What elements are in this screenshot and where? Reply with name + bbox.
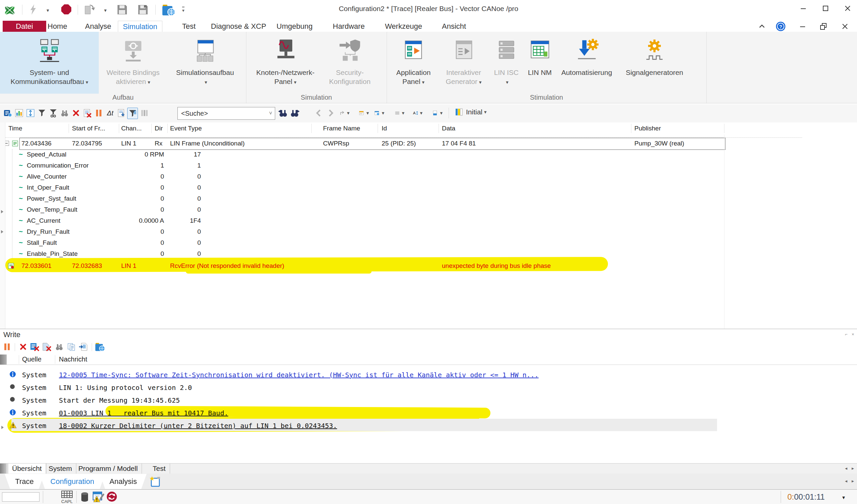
- tab-datei[interactable]: Datei: [3, 21, 46, 32]
- button-simulationsaufbau[interactable]: Simulationsaufbau ▾: [167, 32, 243, 94]
- app-close-icon[interactable]: [838, 21, 852, 32]
- tab-scroll-right-icon[interactable]: ▸: [852, 478, 854, 484]
- write-config-icon[interactable]: [95, 342, 105, 352]
- stop-filter-icon[interactable]: [37, 108, 47, 118]
- pause-icon[interactable]: [94, 108, 104, 118]
- col-start-of-frame[interactable]: Start of Fr...: [72, 125, 105, 132]
- clear-on-start-icon[interactable]: [82, 108, 93, 118]
- write-row[interactable]: System 12-0005 Time-Sync: Software Zeit-…: [0, 368, 857, 381]
- highlight-filter-icon[interactable]: [127, 108, 138, 119]
- button-signalgeneratoren[interactable]: Signalgeneratoren: [616, 32, 693, 94]
- col-channel[interactable]: Chan...: [121, 125, 141, 132]
- dropdown-icon[interactable]: ▾: [420, 110, 422, 116]
- col-nachricht[interactable]: Nachricht: [59, 355, 87, 363]
- start-measurement-icon[interactable]: [29, 4, 37, 15]
- column-filter-icon[interactable]: [139, 108, 149, 118]
- signal-row[interactable]: ~Stall_Fault00: [0, 238, 301, 248]
- signal-row[interactable]: ~Alive_Counter00: [0, 171, 301, 182]
- button-system-kommunikationsaufbau[interactable]: System- und Kommunikationsaufbau▾: [0, 32, 99, 94]
- signal-row[interactable]: ~Speed_Actual0 RPM17: [0, 149, 301, 160]
- write-tab-programm-modell[interactable]: Programm / Modell: [74, 464, 142, 473]
- search-combobox[interactable]: <Suche> ˅: [178, 107, 275, 120]
- tab-diagnose-xcp[interactable]: Diagnose & XCP: [206, 21, 271, 32]
- dropdown-icon[interactable]: ▾: [366, 110, 369, 116]
- col-quelle[interactable]: Quelle: [22, 355, 41, 363]
- button-interaktiver-generator[interactable]: Interaktiver Generator▾: [437, 32, 490, 94]
- write-export-icon[interactable]: [78, 342, 88, 352]
- window-pin-icon[interactable]: ⌐: [845, 332, 847, 337]
- button-lin-isc[interactable]: LIN ISC ▾: [490, 32, 522, 94]
- capl-icon[interactable]: CAPL: [61, 490, 73, 504]
- write-row-selected[interactable]: System 18-0002 Kurzer Delimiter (unter 2…: [0, 419, 857, 432]
- app-minimize-icon[interactable]: [796, 21, 809, 32]
- signal-row[interactable]: ~Power_Syst_fault00: [0, 193, 301, 204]
- new-desktop-icon[interactable]: [149, 475, 161, 488]
- button-application-panel[interactable]: Application Panel▾: [390, 32, 437, 94]
- window-config-icon[interactable]: ▾: [374, 108, 384, 118]
- time-dropdown-icon[interactable]: ▾: [842, 494, 845, 501]
- col-time[interactable]: Time: [9, 125, 22, 132]
- write-message[interactable]: 12-0005 Time-Sync: Software Zeit-Synchro…: [59, 371, 539, 379]
- system-variables-warning-icon[interactable]: [93, 491, 105, 503]
- time-diff-icon[interactable]: Δt: [105, 108, 115, 118]
- dropdown-icon[interactable]: ▾: [440, 110, 442, 116]
- database-icon[interactable]: [80, 492, 89, 502]
- write-row[interactable]: System LIN 1: Using protocol version 2.0: [0, 381, 857, 394]
- signal-row[interactable]: ~AC_Current0.0000 A1F4: [0, 215, 301, 226]
- scroll-bottom-icon[interactable]: [117, 108, 127, 118]
- nav-back-icon[interactable]: [314, 108, 324, 118]
- save-as-icon[interactable]: [137, 4, 149, 15]
- trace-error-row[interactable]: 72.033601 72.032683 LIN 1 RcvError (Not …: [0, 261, 803, 272]
- window-maximize-icon[interactable]: [819, 3, 832, 14]
- write-clear-icon[interactable]: [18, 342, 28, 352]
- write-tab-system[interactable]: System: [45, 464, 76, 473]
- col-data[interactable]: Data: [442, 125, 455, 132]
- collapse-ribbon-icon[interactable]: [755, 21, 769, 32]
- write-copy-icon[interactable]: [66, 342, 76, 352]
- configuration-settings-icon[interactable]: [162, 4, 175, 16]
- initial-filter-dropdown[interactable]: Initial ▾: [455, 108, 487, 116]
- row-layout-icon[interactable]: ▾: [394, 108, 404, 118]
- col-dir[interactable]: Dir: [155, 125, 163, 132]
- statistics-icon[interactable]: [14, 108, 24, 118]
- combobox-chevron-icon[interactable]: ˅: [269, 110, 275, 116]
- tab-scroll-left-icon[interactable]: ◂: [845, 478, 847, 484]
- tab-umgebung[interactable]: Umgebung: [272, 21, 317, 32]
- signal-row[interactable]: ~Over_Temp_Fault00: [0, 204, 301, 215]
- stop-measurement-icon[interactable]: [61, 4, 72, 15]
- goto-icon[interactable]: ▾: [339, 108, 350, 118]
- window-close-icon[interactable]: [841, 3, 854, 14]
- tab-test[interactable]: Test: [178, 21, 200, 32]
- desktop-tab-configuration[interactable]: Configuration: [39, 474, 105, 489]
- tab-hardware[interactable]: Hardware: [328, 21, 369, 32]
- tab-werkzeuge[interactable]: Werkzeuge: [380, 21, 427, 32]
- write-message[interactable]: 01-0003 LIN 1 realer Bus mit 10417 Baud.: [59, 409, 228, 417]
- write-row[interactable]: System 01-0003 LIN 1 realer Bus mit 1041…: [0, 407, 857, 419]
- tab-simulation[interactable]: Simulation: [118, 21, 162, 32]
- write-clear-on-start-icon[interactable]: [41, 342, 52, 352]
- open-configuration-icon[interactable]: [84, 4, 96, 15]
- qat-more-commands-icon[interactable]: ▾: [182, 7, 184, 13]
- signal-row[interactable]: ~Int_Oper_Fault00: [0, 182, 301, 193]
- search-next-icon[interactable]: [290, 108, 300, 118]
- logging-window-icon[interactable]: ▾: [359, 108, 369, 118]
- font-size-icon[interactable]: A ▾: [413, 108, 422, 118]
- sync-icon[interactable]: [106, 491, 117, 502]
- app-restore-icon[interactable]: [817, 21, 830, 32]
- tab-scroll-left-icon[interactable]: ◂: [845, 466, 847, 471]
- write-message[interactable]: 18-0002 Kurzer Delimiter (unter 2 Bitzei…: [59, 422, 337, 430]
- fixed-scroll-icon[interactable]: [26, 108, 35, 118]
- button-knoten-netzwerk-panel[interactable]: Knoten-/Netzwerk- Panel▾: [253, 32, 318, 94]
- desktop-tab-trace[interactable]: Trace: [5, 474, 44, 489]
- trace-table-header[interactable]: Time Start of Fr... Chan... Dir Event Ty…: [0, 122, 857, 135]
- col-event-type[interactable]: Event Type: [170, 125, 202, 132]
- highlight-color-icon[interactable]: ▾: [433, 108, 442, 118]
- help-icon[interactable]: ?: [774, 21, 787, 32]
- dropdown-icon[interactable]: ▾: [382, 110, 384, 116]
- write-pause-icon[interactable]: [2, 342, 12, 352]
- col-id[interactable]: Id: [382, 125, 387, 132]
- dropdown-icon[interactable]: ▾: [347, 110, 350, 116]
- write-tab-uebersicht[interactable]: Übersicht: [8, 464, 46, 474]
- button-weitere-bindings[interactable]: Weitere Bindings aktivieren▾: [99, 32, 167, 94]
- trace-frame-row[interactable]: 72.043436 72.034795 LIN 1 Rx LIN Frame (…: [0, 138, 803, 149]
